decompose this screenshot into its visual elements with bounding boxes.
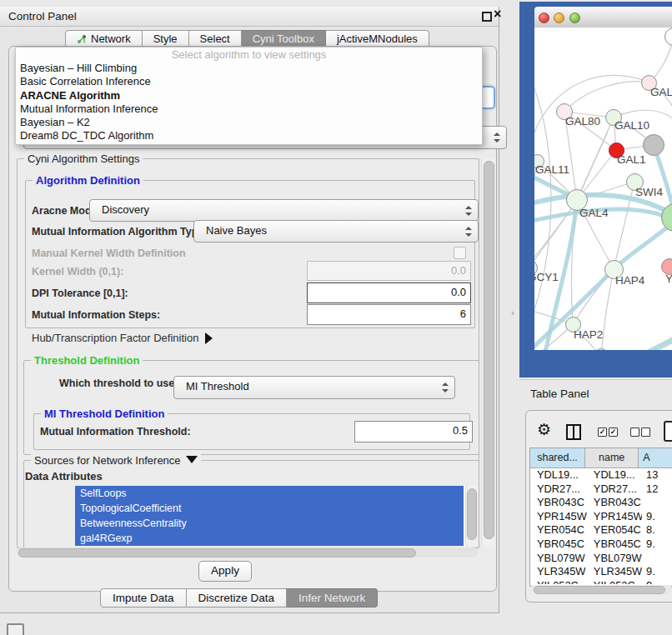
manual-kernel-checkbox[interactable] <box>454 247 466 259</box>
node-label: GCY1 <box>534 271 559 283</box>
minimize-traffic-light-icon[interactable] <box>554 12 564 23</box>
aracne-mode-value: Discovery <box>102 203 149 216</box>
close-traffic-light-icon[interactable] <box>539 12 549 23</box>
tab-network[interactable]: Network <box>65 30 143 48</box>
attribute-item[interactable]: BetweennessCentrality <box>75 516 464 531</box>
attribute-item[interactable]: gal4RGexp <box>75 531 464 546</box>
table-cell: 9. <box>642 579 672 584</box>
mi-type-value: Naive Bayes <box>206 224 267 237</box>
tab-select[interactable]: Select <box>189 30 242 48</box>
group-title: Threshold Definition <box>31 354 143 367</box>
combo-arrows-icon <box>464 206 471 216</box>
network-edge-thick[interactable] <box>633 338 672 350</box>
network-edge[interactable] <box>534 75 649 144</box>
checked-checkbox-icon[interactable]: ✓ <box>598 428 607 437</box>
node-label: GAL80 <box>565 115 600 128</box>
split-divider-handle[interactable]: › <box>511 308 514 318</box>
dropdown-item[interactable]: Basic Correlation Inference <box>16 75 482 88</box>
table-cell: YLR345W <box>530 565 587 579</box>
hub-definition-toggle[interactable]: Hub/Transcription Factor Definition <box>32 332 213 344</box>
table-row[interactable]: YBL079WYBL079W <box>530 552 672 566</box>
settings-hscrollbar[interactable] <box>17 548 478 558</box>
dpi-tolerance-field[interactable]: 0.0 <box>307 282 471 303</box>
table-cell: 9. <box>642 565 672 579</box>
node-label: HAP2 <box>574 328 603 341</box>
tab-cyni-toolbox[interactable]: Cyni Toolbox <box>242 30 326 48</box>
table-cell: YBL079W <box>587 552 642 566</box>
mi-steps-label: Mutual Information Steps: <box>32 309 160 321</box>
tab-style[interactable]: Style <box>143 30 189 48</box>
mi-steps-field[interactable]: 6 <box>307 304 471 325</box>
dropdown-item[interactable]: Dream8 DC_TDC Algorithm <box>16 129 482 142</box>
sources-title-toggle[interactable]: Sources for Network Inference <box>31 454 201 467</box>
table-row[interactable]: YIL052CYIL052C9. <box>530 579 672 584</box>
table-cell: 12 <box>642 482 672 497</box>
column-header[interactable]: name <box>585 448 639 468</box>
manual-kernel-label: Manual Kernel Width Definition <box>32 248 186 259</box>
close-icon[interactable]: × <box>494 7 501 22</box>
sources-title: Sources for Network Inference <box>34 454 181 467</box>
settings-vscrollbar[interactable] <box>481 158 494 547</box>
attribute-item[interactable]: SelfLoops <box>75 486 464 501</box>
table-cell: YER054C <box>530 523 587 538</box>
table-row[interactable]: YLR345WYLR345W9. <box>530 565 672 579</box>
network-window-titlebar[interactable] <box>534 7 672 28</box>
kernel-width-field[interactable]: 0.0 <box>307 261 471 281</box>
scrollbar-thumb[interactable] <box>467 488 477 540</box>
gear-icon[interactable]: ⚙ <box>537 420 551 439</box>
float-window-icon[interactable] <box>482 12 492 22</box>
dropdown-item[interactable]: Bayesian – K2 <box>16 116 482 129</box>
attributes-scrollbar[interactable] <box>465 486 478 546</box>
table-row[interactable]: YDR27...YDR27...12 <box>530 482 672 497</box>
table-cell: YDL19... <box>530 468 587 482</box>
checked-checkbox-icon[interactable]: ✓ <box>609 428 618 437</box>
table-row[interactable]: YBR043CYBR043C <box>530 496 672 510</box>
unchecked-checkbox-icon[interactable] <box>630 428 639 437</box>
table-hscrollbar[interactable] <box>530 585 672 594</box>
apply-button[interactable]: Apply <box>198 561 252 582</box>
kernel-width-label: Kernel Width (0,1): <box>32 266 123 278</box>
columns-icon[interactable] <box>566 424 581 440</box>
column-header[interactable]: A <box>639 448 672 468</box>
unchecked-checkbox-icon[interactable] <box>641 428 650 437</box>
aracne-mode-combo[interactable]: Discovery <box>89 199 479 222</box>
tab-label: Network <box>91 31 131 48</box>
table-row[interactable]: YDL19...YDL19...13 <box>530 468 672 482</box>
table-row[interactable]: YBR045CYBR045C9. <box>530 538 672 552</box>
table-cell: YIL052C <box>530 579 587 584</box>
function-icon[interactable] <box>664 421 672 442</box>
node-label: GAL4 <box>579 207 609 219</box>
data-attributes-list[interactable]: SelfLoopsTopologicalCoefficientBetweenne… <box>75 486 477 546</box>
tab-infer-network[interactable]: Infer Network <box>287 588 378 608</box>
attribute-item[interactable]: TopologicalCoefficient <box>75 501 464 516</box>
scrollbar-thumb[interactable] <box>534 586 665 594</box>
tab-jactivemnodules[interactable]: jActiveMNodules <box>326 30 429 48</box>
tab-discretize-data[interactable]: Discretize Data <box>187 588 288 608</box>
table-row[interactable]: YER054CYER054C8. <box>530 523 672 538</box>
algorithm-dropdown-popup: Select algorithm to view settingsBayesia… <box>15 47 483 145</box>
network-canvas[interactable]: GALGAL80GAL10GAL1GAL11SWI4GAL4GCY1HAP4YH… <box>534 28 672 350</box>
scrollbar-thumb[interactable] <box>484 161 494 539</box>
node-label: GAL11 <box>535 163 569 176</box>
mi-threshold-field[interactable]: 0.5 <box>354 421 473 442</box>
screen: Control Panel × NetworkStyleSelectCyni T… <box>0 0 672 635</box>
column-header[interactable]: shared... <box>530 448 585 468</box>
which-threshold-label: Which threshold to use: <box>59 378 178 389</box>
docked-panel-icon[interactable] <box>7 623 24 635</box>
which-threshold-combo[interactable]: MI Threshold <box>173 376 455 399</box>
network-edge[interactable] <box>564 82 649 112</box>
tab-impute-data[interactable]: Impute Data <box>100 588 187 608</box>
scrollbar-thumb[interactable] <box>18 548 416 558</box>
dropdown-item[interactable]: ARACNE Algorithm <box>16 89 482 102</box>
zoom-traffic-light-icon[interactable] <box>569 12 580 23</box>
table-cell <box>642 496 672 510</box>
group-title: MI Threshold Definition <box>41 408 168 420</box>
network-edge[interactable] <box>614 110 672 119</box>
mi-type-combo[interactable]: Naive Bayes <box>193 220 479 242</box>
table-row[interactable]: YPR145WYPR145W9. <box>530 510 672 524</box>
expand-right-icon <box>205 332 213 344</box>
dropdown-item[interactable]: Mutual Information Inference <box>16 102 482 116</box>
tab-label: Cyni Toolbox <box>253 31 314 48</box>
network-node[interactable] <box>643 134 664 156</box>
dropdown-item[interactable]: Bayesian – Hill Climbing <box>16 62 482 75</box>
